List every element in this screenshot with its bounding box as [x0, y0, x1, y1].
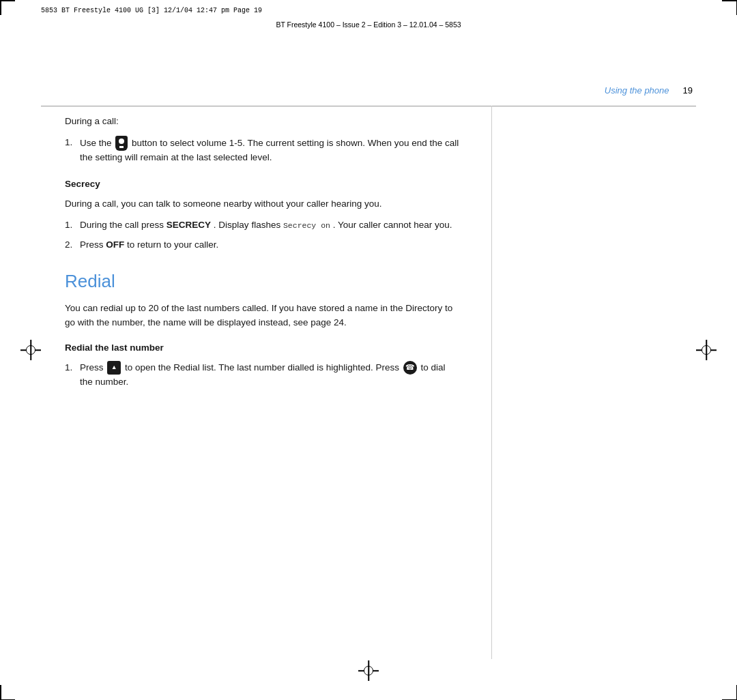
- redial-item1-middle: to open the Redial list. The last number…: [125, 362, 399, 373]
- volume-item-content: Use the button to select volume 1-5. The…: [80, 136, 461, 165]
- redial-list-icon: [107, 361, 121, 375]
- dial-icon: [403, 361, 417, 375]
- volume-text-after: button to select volume 1-5. The current…: [80, 137, 459, 162]
- redial-intro: You can redial up to 20 of the last numb…: [65, 302, 461, 330]
- volume-text-before: Use the: [80, 137, 112, 147]
- left-crosshair: [20, 340, 41, 360]
- secrecy-item1-content: During the call press SECRECY . Display …: [80, 218, 461, 233]
- list-number-1: 1.: [65, 136, 80, 150]
- secrecy-list-item-2: 2. Press OFF to return to your caller.: [65, 238, 461, 252]
- redial-number-1: 1.: [65, 361, 80, 375]
- secrecy-item2-press: Press: [80, 239, 104, 250]
- section-title-area: Using the phone 19: [605, 85, 693, 96]
- secrecy-bold: SECRECY: [167, 220, 211, 230]
- redial-press-label: Press: [80, 362, 104, 373]
- redial-list-item-1: 1. Press to open the Redial list. The la…: [65, 361, 461, 390]
- secrecy-list: 1. During the call press SECRECY . Displ…: [65, 218, 461, 252]
- main-content: During a call: 1. Use the button to sele…: [65, 115, 461, 394]
- page-number: 19: [683, 85, 693, 96]
- secrecy-item2-content: Press OFF to return to your caller.: [80, 238, 461, 252]
- secrecy-list-item-1: 1. During the call press SECRECY . Displ…: [65, 218, 461, 233]
- secrecy-item1-after-bold: . Display flashes: [214, 220, 280, 230]
- right-crosshair: [696, 340, 717, 360]
- volume-list-item-1: 1. Use the button to select volume 1-5. …: [65, 136, 461, 165]
- during-call-label: During a call:: [65, 115, 461, 129]
- secrecy-intro: During a call, you can talk to someone n…: [65, 197, 461, 212]
- volume-list: 1. Use the button to select volume 1-5. …: [65, 136, 461, 165]
- secrecy-item2-after: to return to your caller.: [127, 239, 218, 250]
- secrecy-number-1: 1.: [65, 218, 80, 233]
- bottom-crosshair: [358, 660, 379, 681]
- section-title: Using the phone: [605, 85, 669, 96]
- secrecy-item1-end: . Your caller cannot hear you.: [333, 220, 452, 230]
- redial-last-number-heading: Redial the last number: [65, 341, 461, 355]
- secrecy-item1-text-before: During the call press: [80, 220, 164, 230]
- off-bold: OFF: [106, 239, 124, 250]
- secrecy-number-2: 2.: [65, 238, 80, 252]
- print-info: 5853 BT Freestyle 4100 UG [3] 12/1/04 12…: [41, 7, 696, 14]
- redial-list: 1. Press to open the Redial list. The la…: [65, 361, 461, 390]
- secrecy-heading: Secrecy: [65, 177, 461, 192]
- secrecy-display-text: Secrecy on: [283, 221, 330, 230]
- right-margin-panel: [491, 106, 696, 659]
- redial-item1-content: Press to open the Redial list. The last …: [80, 361, 461, 390]
- redial-heading: Redial: [65, 267, 461, 295]
- volume-button-icon: [115, 136, 128, 151]
- header-subtitle: BT Freestyle 4100 – Issue 2 – Edition 3 …: [41, 20, 696, 29]
